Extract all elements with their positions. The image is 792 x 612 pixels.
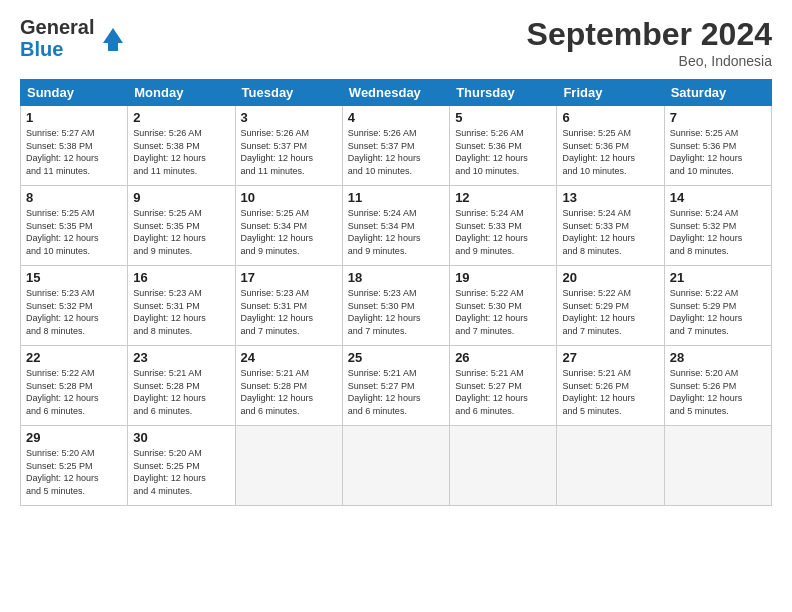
day-number: 18	[348, 270, 444, 285]
header: General Blue September 2024 Beo, Indones…	[20, 16, 772, 69]
day-number: 2	[133, 110, 229, 125]
day-number: 17	[241, 270, 337, 285]
day-info: Sunrise: 5:20 AMSunset: 5:25 PMDaylight:…	[26, 447, 122, 497]
calendar-table: Sunday Monday Tuesday Wednesday Thursday…	[20, 79, 772, 506]
table-row: 8 Sunrise: 5:25 AMSunset: 5:35 PMDayligh…	[21, 186, 128, 266]
day-number: 24	[241, 350, 337, 365]
day-number: 20	[562, 270, 658, 285]
calendar-week-row: 1 Sunrise: 5:27 AMSunset: 5:38 PMDayligh…	[21, 106, 772, 186]
table-row: 21 Sunrise: 5:22 AMSunset: 5:29 PMDaylig…	[664, 266, 771, 346]
day-number: 28	[670, 350, 766, 365]
table-row: 3 Sunrise: 5:26 AMSunset: 5:37 PMDayligh…	[235, 106, 342, 186]
table-row: 27 Sunrise: 5:21 AMSunset: 5:26 PMDaylig…	[557, 346, 664, 426]
day-info: Sunrise: 5:21 AMSunset: 5:27 PMDaylight:…	[455, 367, 551, 417]
table-row	[450, 426, 557, 506]
location: Beo, Indonesia	[527, 53, 772, 69]
day-info: Sunrise: 5:22 AMSunset: 5:30 PMDaylight:…	[455, 287, 551, 337]
table-row: 13 Sunrise: 5:24 AMSunset: 5:33 PMDaylig…	[557, 186, 664, 266]
col-thursday: Thursday	[450, 80, 557, 106]
day-number: 14	[670, 190, 766, 205]
day-number: 13	[562, 190, 658, 205]
day-number: 29	[26, 430, 122, 445]
col-sunday: Sunday	[21, 80, 128, 106]
day-info: Sunrise: 5:26 AMSunset: 5:37 PMDaylight:…	[348, 127, 444, 177]
logo: General Blue	[20, 16, 128, 60]
table-row	[557, 426, 664, 506]
title-block: September 2024 Beo, Indonesia	[527, 16, 772, 69]
table-row: 12 Sunrise: 5:24 AMSunset: 5:33 PMDaylig…	[450, 186, 557, 266]
table-row: 4 Sunrise: 5:26 AMSunset: 5:37 PMDayligh…	[342, 106, 449, 186]
table-row	[235, 426, 342, 506]
table-row: 28 Sunrise: 5:20 AMSunset: 5:26 PMDaylig…	[664, 346, 771, 426]
day-info: Sunrise: 5:23 AMSunset: 5:31 PMDaylight:…	[241, 287, 337, 337]
table-row: 30 Sunrise: 5:20 AMSunset: 5:25 PMDaylig…	[128, 426, 235, 506]
table-row: 16 Sunrise: 5:23 AMSunset: 5:31 PMDaylig…	[128, 266, 235, 346]
logo-blue: Blue	[20, 38, 94, 60]
day-info: Sunrise: 5:23 AMSunset: 5:30 PMDaylight:…	[348, 287, 444, 337]
day-number: 30	[133, 430, 229, 445]
day-info: Sunrise: 5:24 AMSunset: 5:33 PMDaylight:…	[562, 207, 658, 257]
table-row: 23 Sunrise: 5:21 AMSunset: 5:28 PMDaylig…	[128, 346, 235, 426]
table-row: 22 Sunrise: 5:22 AMSunset: 5:28 PMDaylig…	[21, 346, 128, 426]
day-number: 25	[348, 350, 444, 365]
day-number: 19	[455, 270, 551, 285]
table-row: 26 Sunrise: 5:21 AMSunset: 5:27 PMDaylig…	[450, 346, 557, 426]
day-info: Sunrise: 5:26 AMSunset: 5:36 PMDaylight:…	[455, 127, 551, 177]
table-row	[664, 426, 771, 506]
day-info: Sunrise: 5:26 AMSunset: 5:37 PMDaylight:…	[241, 127, 337, 177]
col-saturday: Saturday	[664, 80, 771, 106]
day-info: Sunrise: 5:22 AMSunset: 5:29 PMDaylight:…	[562, 287, 658, 337]
table-row: 2 Sunrise: 5:26 AMSunset: 5:38 PMDayligh…	[128, 106, 235, 186]
table-row: 17 Sunrise: 5:23 AMSunset: 5:31 PMDaylig…	[235, 266, 342, 346]
day-number: 5	[455, 110, 551, 125]
table-row: 18 Sunrise: 5:23 AMSunset: 5:30 PMDaylig…	[342, 266, 449, 346]
day-number: 10	[241, 190, 337, 205]
table-row: 5 Sunrise: 5:26 AMSunset: 5:36 PMDayligh…	[450, 106, 557, 186]
table-row: 29 Sunrise: 5:20 AMSunset: 5:25 PMDaylig…	[21, 426, 128, 506]
table-row: 11 Sunrise: 5:24 AMSunset: 5:34 PMDaylig…	[342, 186, 449, 266]
day-number: 1	[26, 110, 122, 125]
logo-icon	[98, 23, 128, 53]
calendar-week-row: 22 Sunrise: 5:22 AMSunset: 5:28 PMDaylig…	[21, 346, 772, 426]
day-number: 11	[348, 190, 444, 205]
day-number: 21	[670, 270, 766, 285]
calendar-header-row: Sunday Monday Tuesday Wednesday Thursday…	[21, 80, 772, 106]
day-number: 3	[241, 110, 337, 125]
col-monday: Monday	[128, 80, 235, 106]
day-info: Sunrise: 5:25 AMSunset: 5:35 PMDaylight:…	[133, 207, 229, 257]
table-row: 20 Sunrise: 5:22 AMSunset: 5:29 PMDaylig…	[557, 266, 664, 346]
day-number: 22	[26, 350, 122, 365]
table-row: 15 Sunrise: 5:23 AMSunset: 5:32 PMDaylig…	[21, 266, 128, 346]
day-number: 16	[133, 270, 229, 285]
day-info: Sunrise: 5:24 AMSunset: 5:33 PMDaylight:…	[455, 207, 551, 257]
day-info: Sunrise: 5:23 AMSunset: 5:32 PMDaylight:…	[26, 287, 122, 337]
day-info: Sunrise: 5:24 AMSunset: 5:32 PMDaylight:…	[670, 207, 766, 257]
day-info: Sunrise: 5:25 AMSunset: 5:36 PMDaylight:…	[670, 127, 766, 177]
table-row: 9 Sunrise: 5:25 AMSunset: 5:35 PMDayligh…	[128, 186, 235, 266]
table-row: 14 Sunrise: 5:24 AMSunset: 5:32 PMDaylig…	[664, 186, 771, 266]
table-row: 7 Sunrise: 5:25 AMSunset: 5:36 PMDayligh…	[664, 106, 771, 186]
day-info: Sunrise: 5:25 AMSunset: 5:36 PMDaylight:…	[562, 127, 658, 177]
day-number: 7	[670, 110, 766, 125]
table-row: 1 Sunrise: 5:27 AMSunset: 5:38 PMDayligh…	[21, 106, 128, 186]
day-info: Sunrise: 5:26 AMSunset: 5:38 PMDaylight:…	[133, 127, 229, 177]
day-info: Sunrise: 5:22 AMSunset: 5:29 PMDaylight:…	[670, 287, 766, 337]
day-info: Sunrise: 5:22 AMSunset: 5:28 PMDaylight:…	[26, 367, 122, 417]
day-number: 8	[26, 190, 122, 205]
table-row: 6 Sunrise: 5:25 AMSunset: 5:36 PMDayligh…	[557, 106, 664, 186]
svg-marker-1	[108, 43, 118, 51]
day-info: Sunrise: 5:24 AMSunset: 5:34 PMDaylight:…	[348, 207, 444, 257]
day-number: 9	[133, 190, 229, 205]
day-number: 27	[562, 350, 658, 365]
calendar-week-row: 8 Sunrise: 5:25 AMSunset: 5:35 PMDayligh…	[21, 186, 772, 266]
day-number: 6	[562, 110, 658, 125]
table-row: 24 Sunrise: 5:21 AMSunset: 5:28 PMDaylig…	[235, 346, 342, 426]
day-info: Sunrise: 5:20 AMSunset: 5:25 PMDaylight:…	[133, 447, 229, 497]
day-number: 23	[133, 350, 229, 365]
day-info: Sunrise: 5:25 AMSunset: 5:35 PMDaylight:…	[26, 207, 122, 257]
calendar-week-row: 29 Sunrise: 5:20 AMSunset: 5:25 PMDaylig…	[21, 426, 772, 506]
logo-general: General	[20, 16, 94, 38]
day-info: Sunrise: 5:21 AMSunset: 5:28 PMDaylight:…	[241, 367, 337, 417]
col-wednesday: Wednesday	[342, 80, 449, 106]
table-row: 10 Sunrise: 5:25 AMSunset: 5:34 PMDaylig…	[235, 186, 342, 266]
